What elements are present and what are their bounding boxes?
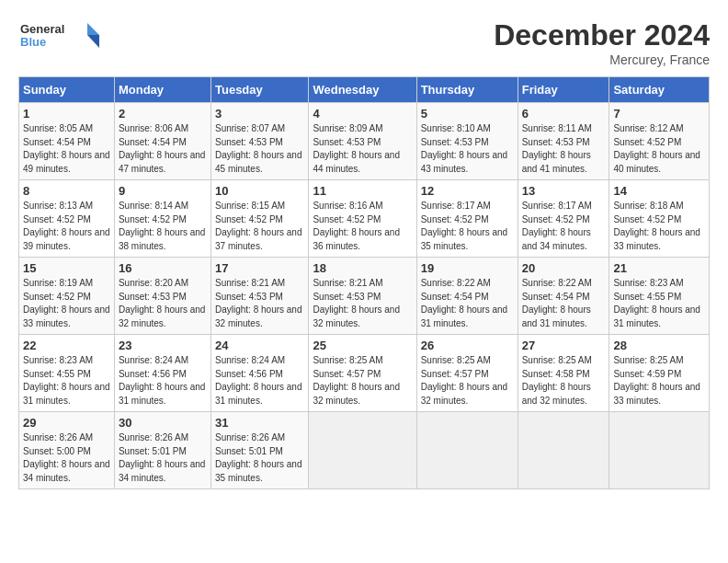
table-row: 18 Sunrise: 8:21 AM Sunset: 4:53 PM Dayl… <box>309 258 416 335</box>
day-info: Sunrise: 8:18 AM Sunset: 4:52 PM Dayligh… <box>613 200 705 253</box>
table-row: 16 Sunrise: 8:20 AM Sunset: 4:53 PM Dayl… <box>114 258 210 335</box>
day-info: Sunrise: 8:07 AM Sunset: 4:53 PM Dayligh… <box>215 122 304 176</box>
day-number: 27 <box>522 339 606 352</box>
svg-text:Blue: Blue <box>20 35 46 49</box>
table-row: 26 Sunrise: 8:25 AM Sunset: 4:57 PM Dayl… <box>416 335 518 412</box>
table-row <box>518 412 609 489</box>
day-number: 30 <box>119 416 207 430</box>
col-monday: Monday <box>114 77 210 103</box>
day-number: 28 <box>613 339 705 352</box>
day-info: Sunrise: 8:24 AM Sunset: 4:56 PM Dayligh… <box>119 354 207 408</box>
day-info: Sunrise: 8:09 AM Sunset: 4:53 PM Dayligh… <box>313 122 412 176</box>
table-row: 15 Sunrise: 8:19 AM Sunset: 4:52 PM Dayl… <box>19 258 115 335</box>
table-row: 31 Sunrise: 8:26 AM Sunset: 5:01 PM Dayl… <box>210 412 308 489</box>
table-row: 27 Sunrise: 8:25 AM Sunset: 4:58 PM Dayl… <box>518 335 609 412</box>
calendar-week-row: 8 Sunrise: 8:13 AM Sunset: 4:52 PM Dayli… <box>19 180 710 258</box>
table-row: 12 Sunrise: 8:17 AM Sunset: 4:52 PM Dayl… <box>416 180 518 258</box>
table-row <box>609 412 710 489</box>
table-row: 11 Sunrise: 8:16 AM Sunset: 4:52 PM Dayl… <box>309 180 416 258</box>
day-number: 29 <box>23 416 110 430</box>
table-row: 22 Sunrise: 8:23 AM Sunset: 4:55 PM Dayl… <box>19 335 115 412</box>
day-number: 5 <box>421 107 514 121</box>
table-row: 21 Sunrise: 8:23 AM Sunset: 4:55 PM Dayl… <box>609 258 710 335</box>
table-row: 10 Sunrise: 8:15 AM Sunset: 4:52 PM Dayl… <box>210 180 308 258</box>
day-info: Sunrise: 8:05 AM Sunset: 4:54 PM Dayligh… <box>23 122 110 176</box>
day-number: 8 <box>23 184 110 198</box>
table-row: 1 Sunrise: 8:05 AM Sunset: 4:54 PM Dayli… <box>19 103 115 180</box>
table-row: 20 Sunrise: 8:22 AM Sunset: 4:54 PM Dayl… <box>518 258 609 335</box>
day-number: 24 <box>215 339 304 352</box>
table-row: 25 Sunrise: 8:25 AM Sunset: 4:57 PM Dayl… <box>309 335 416 412</box>
day-number: 9 <box>119 184 207 198</box>
day-info: Sunrise: 8:23 AM Sunset: 4:55 PM Dayligh… <box>23 354 110 408</box>
day-info: Sunrise: 8:12 AM Sunset: 4:52 PM Dayligh… <box>613 122 705 176</box>
day-number: 21 <box>613 261 705 275</box>
day-info: Sunrise: 8:22 AM Sunset: 4:54 PM Dayligh… <box>522 277 606 330</box>
table-row: 19 Sunrise: 8:22 AM Sunset: 4:54 PM Dayl… <box>416 258 518 335</box>
day-info: Sunrise: 8:20 AM Sunset: 4:53 PM Dayligh… <box>119 277 207 330</box>
page-header: General Blue December 2024 Mercurey, Fra… <box>18 18 710 67</box>
table-row: 5 Sunrise: 8:10 AM Sunset: 4:53 PM Dayli… <box>416 103 518 180</box>
col-sunday: Sunday <box>19 77 115 103</box>
table-row: 29 Sunrise: 8:26 AM Sunset: 5:00 PM Dayl… <box>19 412 115 489</box>
svg-marker-3 <box>87 35 99 48</box>
table-row: 30 Sunrise: 8:26 AM Sunset: 5:01 PM Dayl… <box>114 412 210 489</box>
table-row: 23 Sunrise: 8:24 AM Sunset: 4:56 PM Dayl… <box>114 335 210 412</box>
day-number: 1 <box>23 107 110 121</box>
col-thursday: Thursday <box>416 77 518 103</box>
table-row: 17 Sunrise: 8:21 AM Sunset: 4:53 PM Dayl… <box>210 258 308 335</box>
day-info: Sunrise: 8:10 AM Sunset: 4:53 PM Dayligh… <box>421 122 514 176</box>
table-row: 7 Sunrise: 8:12 AM Sunset: 4:52 PM Dayli… <box>609 103 710 180</box>
day-info: Sunrise: 8:23 AM Sunset: 4:55 PM Dayligh… <box>613 277 705 330</box>
day-number: 23 <box>119 339 207 352</box>
logo: General Blue <box>18 18 101 55</box>
day-info: Sunrise: 8:25 AM Sunset: 4:57 PM Dayligh… <box>313 354 412 408</box>
day-info: Sunrise: 8:25 AM Sunset: 4:59 PM Dayligh… <box>613 354 705 408</box>
day-number: 7 <box>613 107 705 121</box>
day-number: 16 <box>119 261 207 275</box>
day-info: Sunrise: 8:13 AM Sunset: 4:52 PM Dayligh… <box>23 200 110 253</box>
day-number: 31 <box>215 416 304 430</box>
calendar-week-row: 22 Sunrise: 8:23 AM Sunset: 4:55 PM Dayl… <box>19 335 710 412</box>
col-tuesday: Tuesday <box>210 77 308 103</box>
day-info: Sunrise: 8:22 AM Sunset: 4:54 PM Dayligh… <box>421 277 514 330</box>
title-area: December 2024 Mercurey, France <box>494 18 710 67</box>
day-number: 6 <box>522 107 606 121</box>
table-row: 14 Sunrise: 8:18 AM Sunset: 4:52 PM Dayl… <box>609 180 710 258</box>
table-row <box>309 412 416 489</box>
day-number: 25 <box>313 339 412 352</box>
svg-text:General: General <box>20 22 64 36</box>
day-number: 19 <box>421 261 514 275</box>
day-number: 2 <box>119 107 207 121</box>
day-number: 13 <box>522 184 606 198</box>
day-number: 17 <box>215 261 304 275</box>
svg-marker-2 <box>87 23 99 35</box>
logo-svg: General Blue <box>18 18 101 55</box>
day-info: Sunrise: 8:26 AM Sunset: 5:01 PM Dayligh… <box>119 431 207 485</box>
day-info: Sunrise: 8:06 AM Sunset: 4:54 PM Dayligh… <box>119 122 207 176</box>
day-info: Sunrise: 8:21 AM Sunset: 4:53 PM Dayligh… <box>313 277 412 330</box>
table-row: 24 Sunrise: 8:24 AM Sunset: 4:56 PM Dayl… <box>210 335 308 412</box>
day-info: Sunrise: 8:25 AM Sunset: 4:58 PM Dayligh… <box>522 354 606 408</box>
table-row: 3 Sunrise: 8:07 AM Sunset: 4:53 PM Dayli… <box>210 103 308 180</box>
calendar-header-row: Sunday Monday Tuesday Wednesday Thursday… <box>19 77 710 103</box>
day-info: Sunrise: 8:15 AM Sunset: 4:52 PM Dayligh… <box>215 200 304 253</box>
day-info: Sunrise: 8:25 AM Sunset: 4:57 PM Dayligh… <box>421 354 514 408</box>
table-row: 8 Sunrise: 8:13 AM Sunset: 4:52 PM Dayli… <box>19 180 115 258</box>
day-number: 14 <box>613 184 705 198</box>
day-info: Sunrise: 8:21 AM Sunset: 4:53 PM Dayligh… <box>215 277 304 330</box>
day-info: Sunrise: 8:17 AM Sunset: 4:52 PM Dayligh… <box>421 200 514 253</box>
day-number: 22 <box>23 339 110 352</box>
day-info: Sunrise: 8:26 AM Sunset: 5:01 PM Dayligh… <box>215 431 304 485</box>
location-subtitle: Mercurey, France <box>494 52 710 67</box>
calendar-week-row: 15 Sunrise: 8:19 AM Sunset: 4:52 PM Dayl… <box>19 258 710 335</box>
day-info: Sunrise: 8:26 AM Sunset: 5:00 PM Dayligh… <box>23 431 110 485</box>
day-info: Sunrise: 8:19 AM Sunset: 4:52 PM Dayligh… <box>23 277 110 330</box>
day-number: 3 <box>215 107 304 121</box>
day-info: Sunrise: 8:11 AM Sunset: 4:53 PM Dayligh… <box>522 122 606 176</box>
table-row: 28 Sunrise: 8:25 AM Sunset: 4:59 PM Dayl… <box>609 335 710 412</box>
col-friday: Friday <box>518 77 609 103</box>
calendar-table: Sunday Monday Tuesday Wednesday Thursday… <box>18 76 710 489</box>
day-number: 12 <box>421 184 514 198</box>
day-number: 10 <box>215 184 304 198</box>
